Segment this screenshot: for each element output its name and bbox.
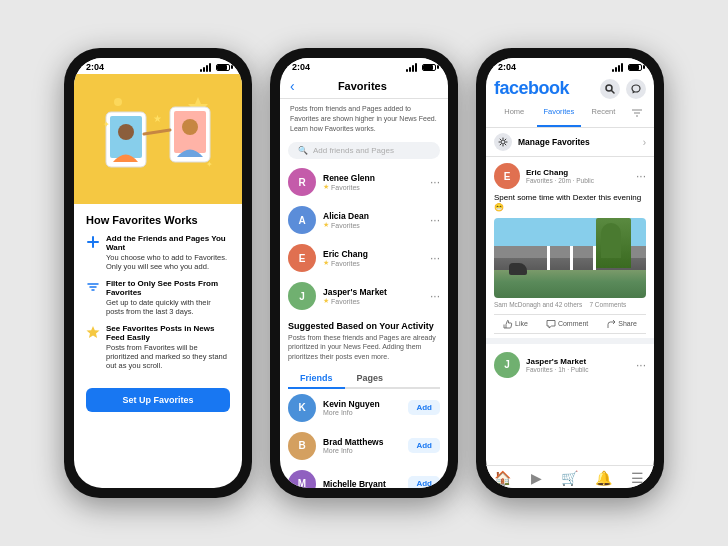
post-actions-1: Like Comment Share (494, 314, 646, 334)
messenger-button[interactable] (626, 79, 646, 99)
dog-silhouette (509, 263, 527, 275)
bottom-nav-notifications[interactable]: 🔔 (587, 470, 621, 486)
avatar-renee: R (288, 168, 316, 196)
hero-illustration: ★ ✦ ✦ (98, 82, 218, 197)
post-author-name: Eric Chang (526, 168, 630, 177)
friend-status: ★ Favorites (323, 183, 423, 191)
avatar-eric: E (288, 244, 316, 272)
scene: 2:04 (0, 0, 728, 546)
status-icons-2 (406, 63, 436, 72)
svg-line-20 (612, 90, 615, 93)
status-bar-3: 2:04 (486, 58, 654, 74)
svg-point-0 (114, 98, 122, 106)
nav-recent[interactable]: Recent (581, 103, 626, 127)
post-author-name-2: Jasper's Market (526, 357, 630, 366)
like-button[interactable]: Like (503, 319, 528, 329)
back-arrow-icon[interactable]: ‹ (290, 78, 295, 94)
svg-text:★: ★ (153, 113, 162, 124)
header-icons (600, 79, 646, 99)
phone3-header: facebook (486, 74, 654, 103)
friend-name: Brad Matthews (323, 437, 401, 447)
more-options-icon[interactable]: ··· (430, 289, 440, 303)
feature-star: See Favorites Posts in News Feed Easily … (86, 324, 230, 370)
battery-icon-1 (216, 64, 230, 71)
star-icon: ★ (323, 297, 329, 305)
bottom-nav-home[interactable]: 🏠 (486, 470, 520, 486)
list-item: K Kevin Nguyen More Info Add (280, 389, 448, 427)
friend-status: ★ Favorites (323, 221, 423, 229)
filter-icon (631, 107, 643, 119)
nav-home[interactable]: Home (492, 103, 537, 127)
friend-sub: More Info (323, 447, 401, 454)
bottom-nav-marketplace[interactable]: 🛒 (553, 470, 587, 486)
battery-icon-2 (422, 64, 436, 71)
feature-add: Add the Friends and Pages You Want You c… (86, 234, 230, 271)
tab-pages[interactable]: Pages (345, 369, 396, 387)
search-button[interactable] (600, 79, 620, 99)
list-item: M Michelle Bryant Add (280, 465, 448, 488)
phone3-nav: Home Favorites Recent (486, 103, 654, 128)
more-options-icon[interactable]: ··· (430, 251, 440, 265)
status-bar-1: 2:04 (74, 58, 242, 74)
svg-text:✦: ✦ (206, 160, 213, 169)
list-item: E Eric Chang ★ Favorites ··· (280, 239, 448, 277)
avatar-michelle: M (288, 470, 316, 488)
bottom-nav: 🏠 ▶ 🛒 🔔 ☰ (486, 465, 654, 488)
nav-favorites[interactable]: Favorites (537, 103, 582, 127)
friend-name: Alicia Dean (323, 211, 423, 221)
tabs-row: Friends Pages (288, 369, 440, 389)
post-card-2: J Jasper's Market Favorites · 1h · Publi… (486, 348, 654, 380)
feature-filter: Filter to Only See Posts From Favorites … (86, 279, 230, 316)
friend-info-brad: Brad Matthews More Info (323, 437, 401, 454)
star-icon: ★ (323, 221, 329, 229)
phone-2: 2:04 ‹ Favorites (270, 48, 458, 498)
post-info-2: Favorites · 1h · Public (526, 366, 630, 373)
list-item: A Alicia Dean ★ Favorites ··· (280, 201, 448, 239)
more-options-icon[interactable]: ··· (430, 175, 440, 189)
bottom-nav-menu[interactable]: ☰ (620, 470, 654, 486)
svg-text:✦: ✦ (103, 120, 110, 129)
feature-star-text: See Favorites Posts in News Feed Easily … (106, 324, 230, 370)
phone-1: 2:04 (64, 48, 252, 498)
post-more-icon[interactable]: ··· (636, 169, 646, 183)
add-michelle-button[interactable]: Add (408, 476, 440, 488)
manage-favorites-row[interactable]: Manage Favorites › (486, 128, 654, 157)
add-brad-button[interactable]: Add (408, 438, 440, 453)
facebook-logo: facebook (494, 78, 569, 99)
reactions-row: Sam McDonagh and 42 others 7 Comments (494, 298, 646, 310)
post-meta-1: Eric Chang Favorites · 20m · Public (526, 168, 630, 184)
signal-icon-2 (406, 63, 417, 72)
post-more-icon-2[interactable]: ··· (636, 358, 646, 372)
svg-marker-18 (87, 326, 100, 338)
friend-info-renee: Renee Glenn ★ Favorites (323, 173, 423, 191)
phone-3: 2:04 facebook (476, 48, 664, 498)
friend-name: Michelle Bryant (323, 479, 401, 488)
time-2: 2:04 (292, 62, 310, 72)
road-scene (494, 218, 646, 298)
search-bar[interactable]: 🔍 Add friends and Pages (288, 142, 440, 159)
status-icons-3 (612, 63, 642, 72)
search-icon (605, 84, 615, 94)
friend-info-eric: Eric Chang ★ Favorites (323, 249, 423, 267)
battery-icon-3 (628, 64, 642, 71)
chevron-right-icon: › (643, 137, 646, 148)
signal-icon-1 (200, 63, 211, 72)
nav-filter-icon[interactable] (626, 103, 648, 127)
feature-add-text: Add the Friends and Pages You Want You c… (106, 234, 230, 271)
setup-favorites-button[interactable]: Set Up Favorites (86, 388, 230, 412)
star-icon (86, 325, 100, 339)
tab-friends[interactable]: Friends (288, 369, 345, 389)
bottom-nav-video[interactable]: ▶ (520, 470, 554, 486)
comment-button[interactable]: Comment (546, 319, 588, 329)
share-button[interactable]: Share (606, 319, 637, 329)
phone1-body: How Favorites Works Add the Friends and … (74, 204, 242, 422)
phone2-header: ‹ Favorites (280, 74, 448, 99)
post-meta-2: Jasper's Market Favorites · 1h · Public (526, 357, 630, 373)
add-kevin-button[interactable]: Add (408, 400, 440, 415)
status-bar-2: 2:04 (280, 58, 448, 74)
hero-section: ★ ✦ ✦ (74, 74, 242, 204)
more-options-icon[interactable]: ··· (430, 213, 440, 227)
list-item: J Jasper's Market ★ Favorites ··· (280, 277, 448, 315)
svg-point-8 (182, 119, 198, 135)
manage-favorites-label: Manage Favorites (518, 137, 637, 147)
